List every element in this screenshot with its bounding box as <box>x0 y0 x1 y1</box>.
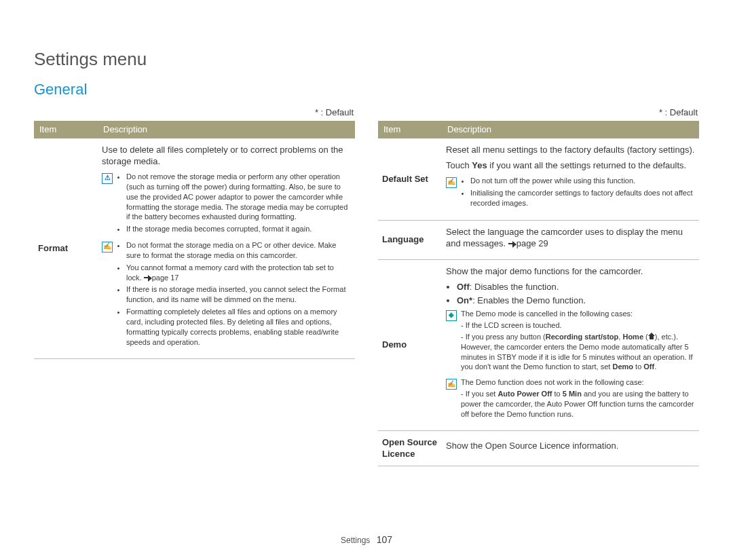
th-description: Description <box>442 121 699 138</box>
list-item: You cannot format a memory card with the… <box>126 263 351 283</box>
list-item: Do not remove the storage media or perfo… <box>126 172 351 222</box>
page-ref: page 17 <box>152 274 179 282</box>
bold: On* <box>457 295 472 305</box>
default-note-right: * : Default <box>378 107 699 119</box>
table-row: Language Select the language the camcord… <box>378 220 699 259</box>
item-open-source-licence: Open Source Licence <box>378 430 442 466</box>
list-item: If there is no storage media inserted, y… <box>126 284 351 305</box>
bold: Off <box>643 362 654 371</box>
note-block: ✍ Do not turn off the power while using … <box>446 176 695 210</box>
note-block: ◈ The Demo mode is cancelled in the foll… <box>446 309 695 373</box>
list-item: Formatting completely deletes all files … <box>126 307 351 347</box>
text: - If you press any button ( <box>461 333 546 341</box>
bold: Auto Power Off <box>497 390 552 398</box>
th-description: Description <box>98 121 355 138</box>
page-footer: Settings 107 <box>0 534 733 546</box>
text: if you want all the settings returned to… <box>487 160 686 170</box>
arrow-icon <box>508 241 516 248</box>
bold: Demo <box>612 362 633 371</box>
bold: Yes <box>472 160 487 170</box>
footer-page-number: 107 <box>377 534 392 545</box>
demo-options: Off: Disables the function. On*: Enables… <box>446 281 695 306</box>
format-intro: Use to delete all files completely or to… <box>102 144 351 168</box>
info-icon: ✍ <box>446 177 457 188</box>
bold: Off <box>457 282 470 292</box>
desc-default-set: Reset all menu settings to the factory d… <box>442 138 699 220</box>
format-note1-list: Do not remove the storage media or perfo… <box>117 172 351 236</box>
bold: Home <box>622 333 643 341</box>
info-icon: ✍ <box>446 379 457 390</box>
desc-format: Use to delete all files completely or to… <box>98 138 355 359</box>
desc-open-source: Show the Open Source Licence information… <box>442 430 699 466</box>
text: . <box>654 362 656 371</box>
section-heading: General <box>34 79 699 100</box>
table-row: Format Use to delete all files completel… <box>34 138 355 359</box>
table-row: Default Set Reset all menu settings to t… <box>378 138 699 220</box>
text: : Enables the Demo function. <box>472 295 586 305</box>
text: - If the LCD screen is touched. <box>461 320 695 331</box>
desc-demo: Show the major demo functions for the ca… <box>442 259 699 430</box>
text: to <box>633 362 643 371</box>
bold: Recording start/stop <box>546 333 619 341</box>
settings-table-left: Item Description Format Use to delete al… <box>34 121 355 359</box>
text: ( <box>643 333 648 341</box>
table-row: Open Source Licence Show the Open Source… <box>378 430 699 466</box>
item-default-set: Default Set <box>378 138 442 220</box>
defaultset-p2: Touch Yes if you want all the settings r… <box>446 160 695 172</box>
text: : Disables the function. <box>470 282 559 292</box>
content-columns: * : Default Item Description Format Use … <box>34 107 699 466</box>
defaultset-p1: Reset all menu settings to the factory d… <box>446 144 695 156</box>
th-item: Item <box>34 121 98 138</box>
settings-table-right: Item Description Default Set Reset all m… <box>378 121 699 466</box>
list-item: Off: Disables the function. <box>457 281 695 293</box>
home-icon <box>648 333 655 339</box>
note-block: ⚠ Do not remove the storage media or per… <box>102 172 351 236</box>
item-language: Language <box>378 220 442 259</box>
info-icon: ✍ <box>102 242 113 253</box>
demo-intro: Show the major demo functions for the ca… <box>446 265 695 278</box>
page-ref: page 29 <box>516 238 548 248</box>
table-row: Demo Show the major demo functions for t… <box>378 259 699 430</box>
note-block: ✍ The Demo function does not work in the… <box>446 377 695 420</box>
text: Touch <box>446 160 472 170</box>
language-text: Select the language the camcorder uses t… <box>446 226 695 250</box>
text: The Demo mode is cancelled in the follow… <box>461 309 695 319</box>
list-item: If the storage media becomes corrupted, … <box>126 224 351 234</box>
note-block: ✍ Do not format the storage media on a P… <box>102 240 351 349</box>
text: The Demo function does not work in the f… <box>461 377 695 388</box>
item-demo: Demo <box>378 259 442 430</box>
text: - If you set Auto Power Off to 5 Min and… <box>461 389 695 419</box>
default-note-left: * : Default <box>34 107 355 119</box>
defaultset-note-list: Do not turn off the power while using th… <box>461 176 695 210</box>
item-format: Format <box>34 138 98 359</box>
desc-language: Select the language the camcorder uses t… <box>442 220 699 259</box>
text: - If you press any button (Recording sta… <box>461 332 695 372</box>
text: - If you set <box>461 390 497 398</box>
left-column: * : Default Item Description Format Use … <box>34 107 355 466</box>
opensource-text: Show the Open Source Licence information… <box>446 440 695 452</box>
format-note2-list: Do not format the storage media on a PC … <box>117 240 351 349</box>
info-icon-teal: ◈ <box>446 310 457 321</box>
text: to <box>552 390 562 398</box>
right-column: * : Default Item Description Default Set… <box>378 107 699 466</box>
caution-icon: ⚠ <box>102 173 113 184</box>
bold: 5 Min <box>563 390 582 398</box>
list-item: Initialising the camcorder settings to f… <box>470 188 695 208</box>
list-item: Do not format the storage media on a PC … <box>126 240 351 261</box>
arrow-icon <box>144 275 152 282</box>
th-item: Item <box>378 121 442 138</box>
demo-note1: The Demo mode is cancelled in the follow… <box>461 309 695 373</box>
demo-note2: The Demo function does not work in the f… <box>461 377 695 420</box>
list-item: On*: Enables the Demo function. <box>457 295 695 307</box>
text: Select the language the camcorder uses t… <box>446 227 683 249</box>
page-title: Settings menu <box>34 48 699 71</box>
list-item: Do not turn off the power while using th… <box>470 176 695 186</box>
footer-section: Settings <box>341 536 370 545</box>
